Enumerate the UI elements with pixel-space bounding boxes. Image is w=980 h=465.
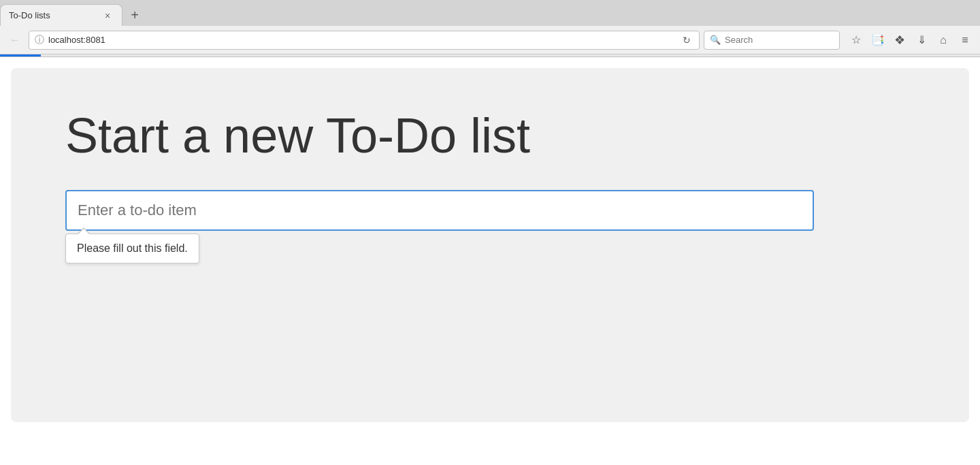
- toolbar-icons: ☆ 📑 ❖ ⇓ ⌂ ≡: [847, 31, 975, 50]
- new-tab-button[interactable]: +: [125, 5, 144, 25]
- bookmark-button[interactable]: ☆: [847, 31, 866, 50]
- home-icon: ⌂: [940, 34, 947, 46]
- info-icon: ⓘ: [35, 34, 44, 46]
- tab-title: To-Do lists: [9, 10, 96, 20]
- browser-chrome: To-Do lists × + ← ⓘ ↻ 🔍 ☆ 📑: [0, 0, 980, 57]
- reader-button[interactable]: 📑: [868, 31, 887, 50]
- todo-input[interactable]: [65, 190, 814, 231]
- page-heading: Start a new To-Do list: [65, 109, 915, 163]
- menu-icon: ≡: [962, 34, 968, 46]
- page-content: Start a new To-Do list Please fill out t…: [11, 68, 969, 422]
- tab-close-button[interactable]: ×: [101, 10, 114, 22]
- tooltip-message: Please fill out this field.: [65, 234, 199, 263]
- reload-button[interactable]: ↻: [680, 33, 693, 47]
- pocket-icon: ❖: [894, 33, 905, 48]
- search-icon: 🔍: [710, 35, 721, 45]
- address-bar[interactable]: ⓘ ↻: [29, 31, 700, 50]
- download-icon: ⇓: [917, 33, 926, 46]
- back-icon: ←: [10, 34, 20, 46]
- download-button[interactable]: ⇓: [912, 31, 931, 50]
- validation-tooltip: Please fill out this field.: [65, 234, 199, 263]
- menu-button[interactable]: ≡: [956, 31, 975, 50]
- search-bar[interactable]: 🔍: [704, 31, 840, 50]
- back-button[interactable]: ←: [5, 31, 24, 50]
- address-input[interactable]: [48, 35, 676, 45]
- reload-icon: ↻: [683, 35, 691, 46]
- pocket-button[interactable]: ❖: [890, 31, 909, 50]
- tab-bar: To-Do lists × +: [0, 0, 980, 26]
- blue-accent-border: [0, 54, 41, 57]
- nav-bar: ← ⓘ ↻ 🔍 ☆ 📑 ❖ ⇓: [0, 26, 980, 54]
- active-tab[interactable]: To-Do lists ×: [0, 4, 122, 26]
- bookmark-icon: ☆: [851, 33, 861, 46]
- home-button[interactable]: ⌂: [934, 31, 953, 50]
- search-input[interactable]: [725, 35, 839, 45]
- reader-icon: 📑: [871, 33, 885, 46]
